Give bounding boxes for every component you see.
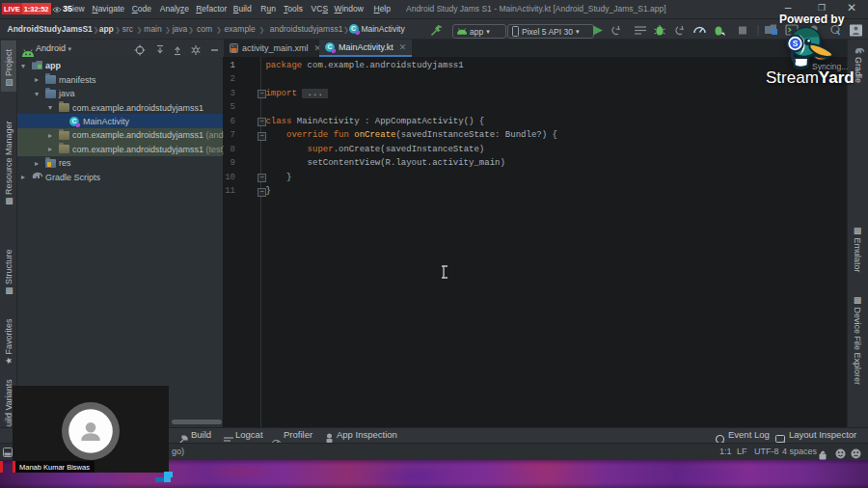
svg-text:S: S [793, 39, 799, 48]
